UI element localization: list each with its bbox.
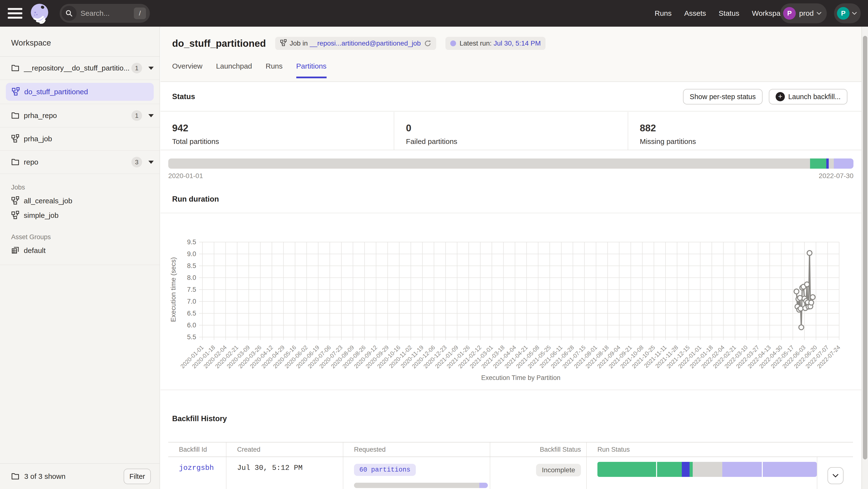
repo-count-badge: 3 (131, 157, 142, 167)
svg-text:7.0: 7.0 (187, 298, 196, 305)
sidebar-item-label: do_stuff_partitioned (24, 88, 88, 96)
run-duration-chart-card: 9.59.08.58.07.57.06.56.05.52020-01-01202… (160, 213, 862, 390)
chevron-down-icon (851, 11, 857, 15)
reload-icon[interactable] (424, 40, 431, 47)
bar-segment-lavender (479, 483, 488, 488)
run-duration-heading: Run duration (172, 195, 219, 203)
svg-text:Execution Time by Partition: Execution Time by Partition (481, 374, 560, 382)
page-title: do_stuff_partitioned (172, 38, 266, 49)
sidebar-item-prha-repo[interactable]: prha_repo1 (0, 104, 159, 127)
sidebar-item-label: __repository__do_stuff_partitio... (24, 64, 131, 72)
backfill-table-row: jozrgsbh Jul 30, 5:12 PM 60 partitions 2… (168, 457, 853, 489)
nav-link-status[interactable]: Status (719, 9, 739, 18)
data-point (810, 295, 815, 299)
deployment-avatar: P (783, 7, 796, 20)
bar-segment-bar_gray (829, 159, 834, 169)
svg-text:9.0: 9.0 (187, 250, 196, 258)
filter-button[interactable]: Filter (124, 469, 151, 484)
sidebar-job-simple_job[interactable]: simple_job (11, 208, 159, 223)
sidebar-asset-group-default[interactable]: default (11, 243, 159, 258)
run-status-bar[interactable] (597, 462, 817, 477)
partition-status-bar[interactable] (168, 159, 854, 169)
bar-segment-bar_gray (354, 483, 479, 488)
svg-text:9.5: 9.5 (187, 238, 196, 246)
hamburger-menu-icon[interactable] (8, 8, 22, 19)
svg-text:7.5: 7.5 (187, 286, 196, 293)
tab-partitions[interactable]: Partitions (296, 62, 327, 78)
latest-run-badge: Latest run: Jul 30, 5:14 PM (445, 37, 546, 50)
tab-runs[interactable]: Runs (266, 62, 283, 78)
data-point (799, 325, 804, 330)
scrollbar-thumb[interactable] (863, 36, 867, 459)
stat-failed-partitions: 0Failed partitions (394, 112, 627, 150)
caret-down-icon[interactable] (148, 67, 154, 70)
job-location-link[interactable]: __reposi...artitioned@partitioned_job (310, 39, 421, 47)
job-location-badge: Job in __reposi...artitioned@partitioned… (275, 37, 436, 50)
partition-range-start: 2020-01-01 (168, 172, 203, 180)
asset-group-label: default (24, 247, 45, 255)
sidebar-item-label: prha_job (24, 135, 154, 143)
expand-row-button[interactable] (828, 467, 843, 484)
main-content: do_stuff_partitioned Job in __reposi...a… (160, 27, 862, 489)
repos-shown-count: 3 of 3 shown (24, 472, 124, 481)
sidebar-item-prha-job[interactable]: prha_job (0, 127, 159, 151)
repo-contents: Jobs all_cereals_jobsimple_job Asset Gro… (0, 174, 159, 260)
partition-status-bar-wrap: 2020-01-01 2022-07-30 (168, 159, 854, 180)
backfill-table: Backfill IdCreatedRequestedBackfill Stat… (168, 442, 853, 489)
backfill-status-cell: Incomplete (490, 457, 586, 489)
search-input[interactable]: Search... / (60, 4, 150, 23)
jobs-section-label: Jobs (11, 184, 159, 191)
stat-total-partitions: 942Total partitions (160, 112, 394, 150)
latest-run-link[interactable]: Jul 30, 5:14 PM (494, 39, 541, 47)
stat-label: Total partitions (172, 137, 394, 145)
bar-segment-stripe_blue (682, 462, 690, 477)
user-avatar: P (837, 7, 849, 20)
requested-range-bar (354, 483, 488, 488)
column-header-backfill-id: Backfill Id (168, 446, 226, 453)
job-header: do_stuff_partitioned Job in __reposi...a… (160, 27, 862, 82)
user-menu[interactable]: P (834, 3, 861, 23)
svg-text:8.5: 8.5 (187, 262, 196, 269)
data-point (794, 289, 799, 294)
sidebar-item-do_stuff_partitioned: do_stuff_partitioned (0, 80, 159, 104)
deployment-switcher[interactable]: P prod (780, 3, 827, 23)
data-point (809, 300, 814, 305)
bar-segment-green (689, 462, 693, 477)
caret-down-icon[interactable] (148, 114, 154, 117)
sidebar-footer: 3 of 3 shown Filter (0, 463, 159, 489)
tab-launchpad[interactable]: Launchpad (216, 62, 252, 78)
chevron-down-icon (832, 474, 839, 478)
status-section-header: Status Show per-step status + Launch bac… (160, 83, 862, 111)
dagster-logo-icon[interactable] (29, 3, 50, 24)
bar-segment-bar_gray (693, 462, 722, 477)
show-per-step-status-button[interactable]: Show per-step status (683, 89, 763, 104)
stat-value: 0 (406, 123, 627, 133)
backfill-requested-cell: 60 partitions 2020-01-01 2022-07-30 (343, 457, 490, 489)
partition-range-end: 2022-07-30 (819, 172, 854, 180)
bar-segment-green (597, 462, 657, 477)
bar-segment-green (810, 159, 827, 169)
top-nav: Search... / RunsAssetsStatusWorkspace P … (0, 0, 868, 27)
nav-link-assets[interactable]: Assets (684, 9, 706, 18)
selected-job-do_stuff_partitioned[interactable]: do_stuff_partitioned (6, 83, 154, 101)
launch-backfill-button[interactable]: + Launch backfill... (769, 89, 847, 104)
backfill-history-heading: Backfill History (172, 414, 227, 423)
stat-value: 942 (172, 123, 394, 133)
nav-link-runs[interactable]: Runs (655, 9, 672, 18)
sidebar-item-repo[interactable]: repo3 (0, 151, 159, 174)
backfill-id-link[interactable]: jozrgsbh (168, 457, 226, 489)
row-expand-cell (817, 457, 853, 489)
caret-down-icon[interactable] (148, 161, 154, 164)
tab-overview[interactable]: Overview (172, 62, 203, 78)
job-icon (280, 39, 287, 48)
column-header-backfill-status: Backfill Status (490, 446, 586, 453)
sidebar-item--repository-do-stuff-partitio-[interactable]: __repository__do_stuff_partitio...1 (0, 57, 159, 80)
bar-segment-lavender (763, 462, 817, 477)
run-status-cell (587, 457, 817, 489)
sidebar-job-all_cereals_job[interactable]: all_cereals_job (11, 194, 159, 208)
job-tabs: OverviewLaunchpadRunsPartitions (172, 62, 327, 78)
run-status-dot (450, 40, 456, 46)
folder-icon (11, 158, 20, 166)
backfill-created: Jul 30, 5:12 PM (226, 457, 343, 489)
status-heading: Status (172, 92, 195, 101)
